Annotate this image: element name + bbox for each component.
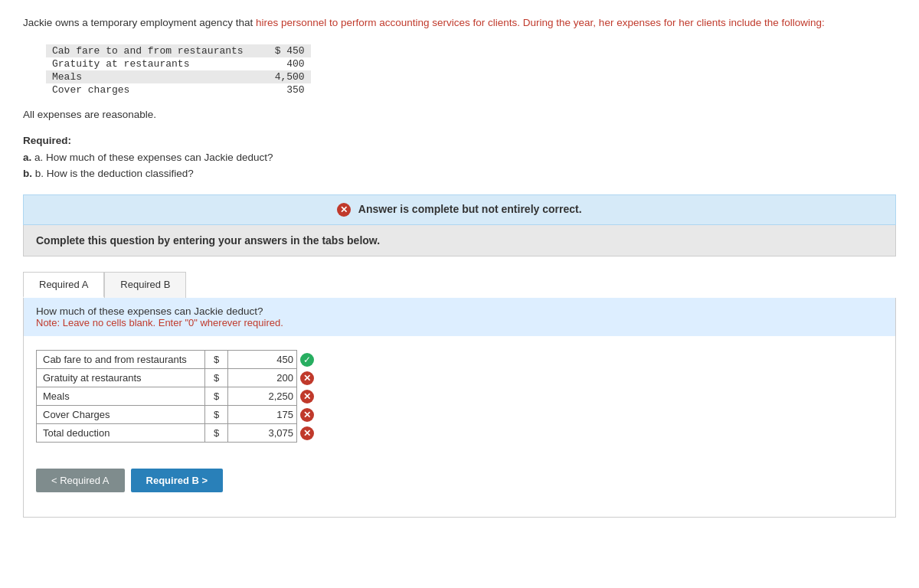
x-icon: ✕ xyxy=(300,426,314,440)
required-section: Required: a. a. How much of these expens… xyxy=(23,132,896,182)
required-label: Required: xyxy=(23,135,71,146)
all-expenses-text: All expenses are reasonable. xyxy=(23,109,896,120)
intro-paragraph: Jackie owns a temporary employment agenc… xyxy=(23,15,896,31)
deduction-amount[interactable]: 175 xyxy=(228,406,297,424)
tabs: Required A Required B xyxy=(23,272,896,298)
deduction-status-icon: ✓ xyxy=(297,351,318,369)
deduction-status-icon: ✕ xyxy=(297,369,318,387)
deduction-status-icon: ✕ xyxy=(297,406,318,424)
deduction-table: Cab fare to and from restaurants$450✓Gra… xyxy=(36,350,318,443)
x-icon: ✕ xyxy=(300,371,314,385)
deduction-dollar: $ xyxy=(205,369,228,387)
deduction-amount[interactable]: 450 xyxy=(228,351,297,369)
deduction-label: Total deduction xyxy=(37,424,205,443)
tab-note-text: Note: Leave no cells blank. Enter "0" wh… xyxy=(36,317,883,328)
prev-button[interactable]: < Required A xyxy=(36,469,125,492)
tabs-container: Required A Required B How much of these … xyxy=(23,272,896,518)
x-icon: ✕ xyxy=(337,203,351,217)
deduction-amount[interactable]: 2,250 xyxy=(228,387,297,406)
next-button[interactable]: Required B > xyxy=(131,469,224,492)
complete-banner: Complete this question by entering your … xyxy=(23,225,896,256)
nav-buttons: < Required A Required B > xyxy=(24,469,895,505)
answer-banner-text: Answer is complete but not entirely corr… xyxy=(358,203,582,215)
deduction-amount[interactable]: 200 xyxy=(228,369,297,387)
deduction-status-icon: ✕ xyxy=(297,387,318,406)
required-a: a. a. How much of these expenses can Jac… xyxy=(23,149,896,166)
x-icon: ✕ xyxy=(300,390,314,403)
deduction-table-container: Cab fare to and from restaurants$450✓Gra… xyxy=(24,336,895,456)
deduction-label: Cab fare to and from restaurants xyxy=(37,351,205,369)
tab-required-b[interactable]: Required B xyxy=(104,272,186,298)
deduction-dollar: $ xyxy=(205,424,228,443)
deduction-dollar: $ xyxy=(205,351,228,369)
tab-required-a[interactable]: Required A xyxy=(23,272,104,298)
deduction-dollar: $ xyxy=(205,406,228,424)
deduction-label: Cover Charges xyxy=(37,406,205,424)
tab-question-text: How much of these expenses can Jackie de… xyxy=(36,305,883,317)
expense-table: Cab fare to and from restaurants$ 450Gra… xyxy=(46,44,896,96)
tab-header: How much of these expenses can Jackie de… xyxy=(24,298,895,336)
check-icon: ✓ xyxy=(300,353,314,367)
tab-content: How much of these expenses can Jackie de… xyxy=(23,298,896,518)
x-icon: ✕ xyxy=(300,408,314,422)
deduction-label: Meals xyxy=(37,387,205,406)
deduction-dollar: $ xyxy=(205,387,228,406)
deduction-status-icon: ✕ xyxy=(297,424,318,443)
answer-banner: ✕ Answer is complete but not entirely co… xyxy=(23,194,896,225)
required-b: b. b. How is the deduction classified? xyxy=(23,165,896,182)
deduction-label: Gratuity at restaurants xyxy=(37,369,205,387)
deduction-amount[interactable]: 3,075 xyxy=(228,424,297,443)
